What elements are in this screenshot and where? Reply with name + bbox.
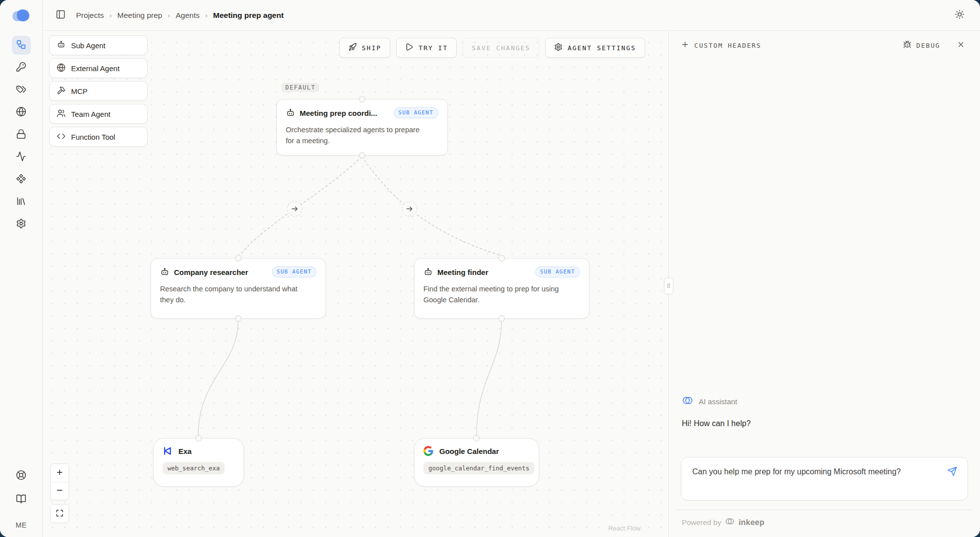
workflow-icon	[16, 39, 26, 52]
breadcrumb-projects[interactable]: Projects	[76, 11, 104, 20]
settings-icon	[16, 218, 26, 231]
react-flow-attribution: React Flow	[608, 525, 641, 532]
chat-panel-header: CUSTOM HEADERS DEBUG	[669, 31, 980, 59]
breadcrumb: Projects › Meeting prep › Agents › Meeti…	[76, 11, 284, 20]
chat-footer: Powered by inkeep	[676, 510, 973, 537]
custom-headers-button[interactable]: CUSTOM HEADERS	[681, 40, 761, 51]
tool-tag: google_calendar_find_events	[423, 462, 534, 474]
node-handle[interactable]	[498, 255, 505, 262]
assistant-label: AI assistant	[699, 397, 737, 406]
breadcrumb-separator: ›	[167, 11, 170, 19]
node-handle[interactable]	[359, 152, 365, 159]
assistant-header: AI assistant	[682, 395, 967, 408]
breadcrumb-project[interactable]: Meeting prep	[117, 11, 162, 20]
play-icon	[405, 43, 413, 53]
save-changes-button[interactable]: SAVE CHANGES	[463, 38, 539, 58]
node-meeting-finder[interactable]: Meeting finder SUB AGENT Find the extern…	[414, 258, 589, 319]
node-description: Find the external meeting to prep for us…	[423, 284, 568, 306]
node-handle[interactable]	[235, 315, 242, 322]
node-title: Meeting finder	[437, 268, 489, 276]
canvas-toolbar: SHIP TRY IT SAVE CHANGES AGENT SETTINGS	[339, 38, 645, 58]
bot-icon	[57, 40, 66, 51]
palette-item-function-tool[interactable]: Function Tool	[49, 127, 148, 147]
maximize-icon	[56, 509, 64, 519]
bug-icon	[903, 40, 911, 51]
zoom-in-button[interactable]	[51, 464, 69, 482]
send-icon	[947, 466, 957, 478]
key-icon	[16, 62, 26, 74]
sidebar-item-security[interactable]	[12, 125, 31, 144]
node-handle[interactable]	[359, 96, 365, 102]
try-it-button[interactable]: TRY IT	[396, 38, 457, 58]
activity-icon	[16, 151, 26, 164]
node-handle[interactable]	[195, 435, 202, 442]
chat-input[interactable]: Can you help me prep for my upcoming Mic…	[692, 466, 901, 478]
sidebar-item-credentials[interactable]	[12, 81, 31, 99]
theme-toggle-button[interactable]	[952, 8, 967, 23]
chat-input-card: Can you help me prep for my upcoming Mic…	[681, 457, 968, 501]
node-google-calendar-tool[interactable]: Google Calendar google_calendar_find_eve…	[414, 438, 539, 487]
node-description: Research the company to understand what …	[160, 284, 307, 306]
palette-item-label: Sub Agent	[71, 41, 105, 50]
node-meeting-prep-coordinator[interactable]: Meeting prep coordi... SUB AGENT Orchest…	[276, 99, 448, 156]
palette-item-team-agent[interactable]: Team Agent	[49, 104, 148, 124]
node-handle[interactable]	[498, 315, 505, 322]
sun-icon	[955, 9, 965, 21]
palette-item-mcp[interactable]: MCP	[49, 81, 148, 101]
bot-icon	[423, 268, 433, 277]
code-icon	[57, 132, 66, 142]
sidebar-item-library[interactable]	[12, 192, 31, 211]
avatar[interactable]: ME	[16, 521, 27, 529]
app-window: ME Projects › Meeting prep › Agents › Me…	[0, 0, 980, 537]
agent-settings-label: AGENT SETTINGS	[568, 44, 636, 52]
flow-canvas[interactable]: Sub Agent External Agent MCP Team Agent …	[43, 31, 668, 537]
sidebar-item-components[interactable]	[12, 170, 31, 189]
sidebar-item-keys[interactable]	[12, 58, 31, 77]
node-palette: Sub Agent External Agent MCP Team Agent …	[49, 35, 148, 147]
palette-item-external-agent[interactable]: External Agent	[49, 58, 148, 78]
node-exa-tool[interactable]: Exa web_search_exa	[153, 438, 244, 487]
users-icon	[57, 109, 66, 119]
breadcrumb-agents[interactable]: Agents	[175, 11, 199, 20]
inkeep-brand-label[interactable]: inkeep	[738, 518, 764, 527]
zoom-out-button[interactable]	[51, 482, 69, 500]
sidebar-item-help[interactable]	[12, 466, 31, 485]
palette-item-sub-agent[interactable]: Sub Agent	[49, 35, 148, 55]
sidebar-item-settings[interactable]	[12, 215, 31, 234]
sidebar-item-activity[interactable]	[12, 148, 31, 167]
ship-button[interactable]: SHIP	[339, 38, 390, 58]
tags-icon	[16, 84, 26, 96]
sidebar-item-external[interactable]	[12, 103, 31, 122]
send-button[interactable]	[945, 464, 960, 479]
sub-agent-badge: SUB AGENT	[535, 267, 580, 277]
exa-logo-icon	[163, 446, 172, 456]
sidebar-item-docs[interactable]	[12, 490, 31, 509]
agent-settings-button[interactable]: AGENT SETTINGS	[545, 38, 645, 58]
inkeep-mark-icon	[725, 517, 735, 528]
node-handle[interactable]	[235, 255, 242, 262]
node-company-researcher[interactable]: Company researcher SUB AGENT Research th…	[151, 258, 326, 319]
debug-button[interactable]: DEBUG	[903, 40, 940, 51]
save-changes-label: SAVE CHANGES	[472, 44, 530, 52]
fit-view-button[interactable]	[51, 505, 69, 523]
custom-headers-label: CUSTOM HEADERS	[694, 42, 761, 49]
close-panel-button[interactable]	[953, 38, 968, 53]
gear-icon	[554, 43, 563, 53]
panel-resize-handle[interactable]	[664, 278, 673, 294]
node-title: Meeting prep coordi...	[300, 109, 377, 117]
sub-agent-badge: SUB AGENT	[394, 107, 438, 118]
hammer-icon	[57, 86, 66, 96]
component-icon	[16, 174, 26, 186]
panel-toggle-button[interactable]	[53, 8, 68, 23]
ship-label: SHIP	[362, 44, 381, 52]
flow-controls	[50, 463, 69, 523]
globe-icon	[16, 106, 26, 119]
palette-item-label: Function Tool	[71, 133, 115, 141]
node-handle[interactable]	[473, 435, 480, 442]
minus-icon	[56, 486, 64, 496]
sidebar-item-graph[interactable]	[12, 36, 31, 55]
panel-left-icon	[56, 9, 66, 21]
node-title: Exa	[178, 447, 192, 455]
plus-icon	[56, 468, 64, 478]
edge-arrow-badge	[402, 201, 417, 216]
